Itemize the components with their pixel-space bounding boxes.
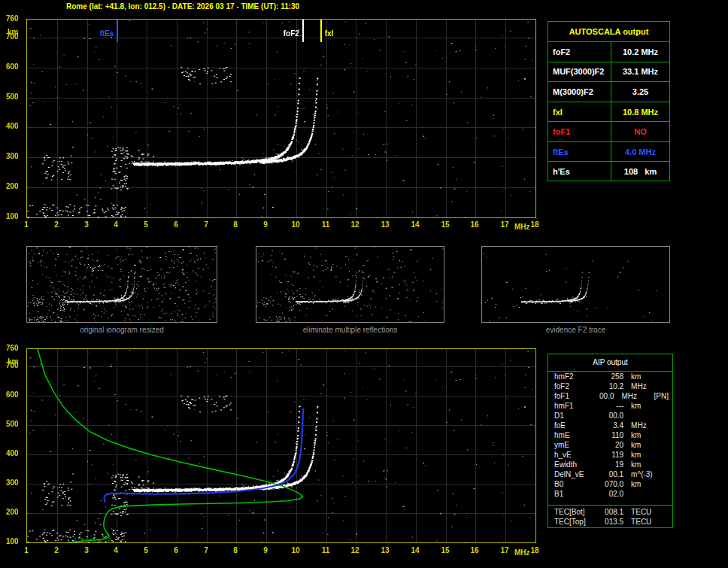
- x-tick-label: 18: [530, 220, 538, 229]
- aip-value: 070.0: [595, 479, 623, 489]
- aip-note: [669, 372, 672, 381]
- y-tick-label: 600: [6, 62, 19, 71]
- autoscala-param-value: 4.0 MHz: [611, 142, 669, 162]
- autoscala-param-value: 10.2 MHz: [611, 42, 669, 62]
- aip-row-delnve: DelN_vE00.1m^(-3): [548, 469, 672, 479]
- y-tick-label: 500: [6, 420, 19, 428]
- aip-unit: MHz: [614, 391, 654, 401]
- aip-label: Ewidth: [554, 460, 595, 469]
- x-tick-label: 7: [204, 220, 208, 229]
- aip-note: [669, 507, 672, 517]
- aip-label: TEC[Bot]: [554, 507, 595, 517]
- aip-note: [669, 450, 672, 460]
- aip-value: 3.4: [595, 421, 623, 430]
- aip-label: foF1: [554, 391, 589, 401]
- aip-label: B1: [554, 489, 595, 499]
- x-tick-label: 6: [174, 220, 178, 229]
- aip-value: 02.0: [595, 489, 623, 499]
- autoscala-output-panel: AUTOSCALA output foF210.2 MHzMUF(3000)F2…: [548, 21, 670, 181]
- y-tick-label: 300: [6, 478, 19, 487]
- autoscala-param-label: M(3000)F2: [548, 82, 611, 102]
- x-tick-label: 17: [500, 546, 508, 554]
- autoscala-panel-title: AUTOSCALA output: [548, 22, 669, 42]
- aip-note: [669, 469, 672, 479]
- aip-unit: TECU: [623, 507, 669, 517]
- y-tick-label: 200: [6, 508, 19, 516]
- thumb2-caption: eliminate multiple reflections: [256, 326, 444, 334]
- aip-row-foe: foE3.4MHz: [548, 421, 672, 430]
- autoscala-param-label: h'Es: [548, 162, 611, 181]
- aip-note: [PN]: [654, 391, 672, 401]
- x-tick-label: 5: [144, 546, 148, 554]
- thumb-eliminate-canvas: [256, 247, 444, 322]
- x-tick-label: 18: [530, 546, 538, 554]
- y-tick-label: 700: [6, 32, 19, 41]
- x-tick-label: 11: [322, 546, 330, 554]
- x-tick-label: 4: [114, 220, 118, 229]
- x-tick-label: 12: [350, 220, 359, 229]
- x-tick-label: 8: [233, 220, 238, 229]
- aip-note: [669, 460, 672, 469]
- aip-note: [669, 401, 672, 411]
- top-ionogram-canvas: [27, 20, 535, 217]
- aip-row-b1: B102.0: [548, 489, 672, 499]
- thumb-original-ionogram: [26, 246, 217, 323]
- autoscala-param-value: NO: [611, 122, 669, 141]
- x-tick-label: 2: [54, 220, 59, 229]
- top-ionogram-plot: ftEsfoF2fxI: [26, 19, 536, 218]
- x-tick-label: 12: [350, 546, 359, 554]
- aip-row-fof2: foF210.2MHz: [548, 381, 672, 391]
- aip-note: [669, 411, 672, 421]
- x-tick-label: 6: [174, 546, 178, 554]
- aip-unit: MHz: [623, 421, 669, 430]
- bottom-ionogram-canvas: [27, 349, 535, 542]
- station-title: Rome (lat: +41.8, lon: 012.5) - DATE: 20…: [66, 2, 299, 11]
- autoscala-param-value: 10.8 MHz: [611, 102, 669, 122]
- x-tick-label: 10: [291, 546, 299, 554]
- x-tick-label: 9: [263, 220, 268, 229]
- aip-value: 10.2: [595, 381, 623, 391]
- y-tick-label: 200: [6, 182, 19, 190]
- aip-row-ewidth: Ewidth19km: [548, 460, 672, 469]
- aip-value: 00.0: [595, 411, 623, 421]
- autoscala-row-fxi: fxI10.8 MHz: [548, 102, 669, 122]
- autoscala-param-value: 108 km: [611, 162, 669, 181]
- aip-row-b0: B0070.0km: [548, 479, 672, 489]
- x-tick-label: 3: [84, 546, 89, 554]
- aip-unit: km: [623, 450, 669, 460]
- aip-value: 013.5: [595, 517, 623, 527]
- x-tick-label: 5: [144, 220, 148, 229]
- thumb-eliminate-reflections: [256, 246, 444, 323]
- aip-label: ymE: [554, 440, 595, 450]
- aip-row-hmf1: hmF1---km: [548, 401, 672, 411]
- aip-value: ---: [595, 401, 623, 411]
- aip-unit: [623, 489, 669, 499]
- aip-panel-title: AIP output: [548, 354, 672, 372]
- aip-row-hve: h_vE119km: [548, 450, 672, 460]
- aip-unit: km: [623, 460, 669, 469]
- thumb1-caption: original ionogram resized: [26, 326, 217, 334]
- x-tick-label: 11: [322, 220, 330, 229]
- aip-label: hmF1: [554, 401, 595, 411]
- aip-row-fof1: foF100.0MHz[PN]: [548, 391, 672, 401]
- aip-label: TEC[Top]: [554, 517, 595, 527]
- x-tick-label: 13: [381, 220, 389, 229]
- x-tick-label: 3: [84, 220, 89, 229]
- autoscala-param-value: 3.25: [611, 82, 669, 102]
- aip-rows: hmF2258kmfoF210.2MHzfoF100.0MHz[PN]hmF1-…: [548, 372, 672, 499]
- aip-note: [669, 440, 672, 450]
- aip-value: 110: [595, 430, 623, 440]
- aip-unit: MHz: [623, 381, 669, 391]
- x-tick-label: 1: [24, 220, 29, 229]
- marker-label-fof2: foF2: [284, 29, 299, 38]
- marker-label-fxi: fxI: [325, 29, 334, 38]
- x-tick-label: 14: [411, 220, 419, 229]
- marker-label-ftes: ftEs: [99, 29, 114, 38]
- x-tick-label: 15: [441, 220, 449, 229]
- aip-note: [669, 381, 672, 391]
- x-tick-label: 14: [411, 546, 419, 554]
- autoscala-param-label: ftEs: [548, 142, 611, 162]
- x-tick-label: 2: [54, 546, 59, 554]
- y-tick-label: 100: [6, 537, 19, 545]
- aip-row-tectop: TEC[Top]013.5TECU: [548, 517, 672, 527]
